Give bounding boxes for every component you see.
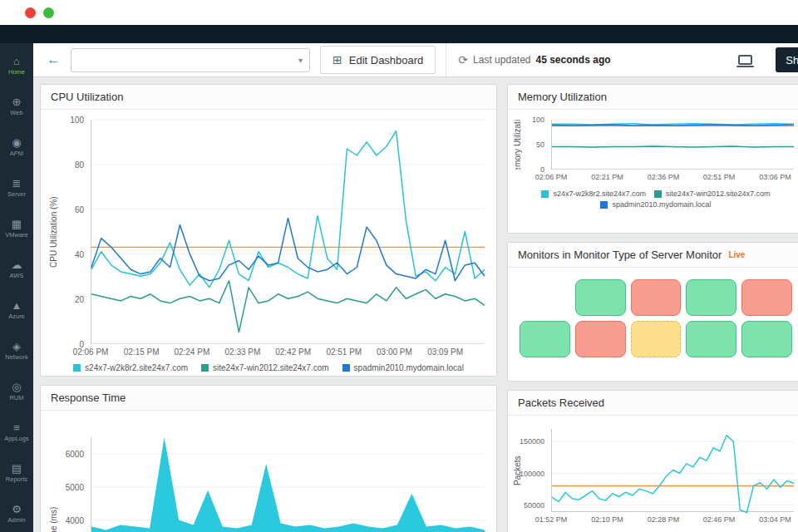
response-time-card: Response Time Response Time (ms) 6000500… xyxy=(40,385,497,532)
dashboard-toolbar: ← ▾ ⊞ Edit Dashboard ⟳ Last updated 45 s… xyxy=(33,43,798,77)
cpu-legend: s24x7-w2k8r2.site24x7.comsite24x7-win201… xyxy=(41,359,496,376)
legend-item[interactable]: s24x7-w2k8r2.site24x7.com xyxy=(73,363,188,372)
network-icon: ◈ xyxy=(12,341,21,352)
packets-y-ticks: 15000010000050000 xyxy=(523,429,551,512)
response-plot-area[interactable] xyxy=(91,437,485,532)
aws-icon: ☁ xyxy=(12,259,22,270)
x-tick-label: 03:06 PM xyxy=(759,173,791,181)
memory-card-header: Memory Utilization xyxy=(508,85,798,110)
cpu-utilization-card: CPU Utilization CPU Utilization (%) 1008… xyxy=(40,84,497,377)
sidebar-nav: ⌂Home⊕Web◉APM≣Server▦VMware☁AWS▲Azure◈Ne… xyxy=(0,43,33,532)
admin-icon: ⚙ xyxy=(12,504,22,515)
response-card-header: Response Time xyxy=(41,386,496,411)
sidebar-item-applogs[interactable]: ≡AppLogs xyxy=(0,411,33,452)
refresh-icon[interactable]: ⟳ xyxy=(458,53,468,66)
sidebar-item-vmware[interactable]: ▦VMware xyxy=(0,208,33,249)
memory-y-ticks: 100500 xyxy=(523,120,551,170)
legend-swatch xyxy=(342,364,350,372)
cpu-chart: CPU Utilization (%) 100806040200 02:06 P… xyxy=(41,110,496,359)
monitor-tile-red[interactable] xyxy=(741,279,792,316)
y-tick-label: 100000 xyxy=(520,470,544,478)
sidebar-item-aws[interactable]: ☁AWS xyxy=(0,249,33,289)
sidebar-item-label: AppLogs xyxy=(4,436,29,442)
y-tick-label: 5000 xyxy=(66,483,84,492)
monitors-card-header: Monitors in Monitor Type of Server Monit… xyxy=(508,243,798,268)
cpu-plot-area[interactable] xyxy=(91,120,485,344)
x-tick-label: 03:04 PM xyxy=(759,515,791,524)
packets-received-card: Packets Received Packets 150000100000500… xyxy=(507,390,798,532)
monitor-tile-red[interactable] xyxy=(631,279,682,316)
legend-item[interactable]: site24x7-win2012.site24x7.com xyxy=(654,190,771,198)
share-button[interactable]: Share xyxy=(776,47,798,72)
y-tick-label: 60 xyxy=(75,205,84,214)
packets-card-header: Packets Received xyxy=(508,391,798,416)
legend-label: site24x7-win2012.site24x7.com xyxy=(666,190,771,198)
sidebar-item-label: Admin xyxy=(7,517,25,524)
packets-chart: Packets 15000010000050000 01:52 PM02:10 … xyxy=(508,416,798,527)
x-tick-label: 02:51 PM xyxy=(326,347,362,357)
sidebar-item-azure[interactable]: ▲Azure xyxy=(0,289,33,330)
dashboard-select[interactable]: ▾ xyxy=(71,48,310,72)
x-tick-label: 02:51 PM xyxy=(703,173,736,181)
server-icon: ≣ xyxy=(12,178,22,189)
x-tick-label: 02:46 PM xyxy=(703,515,736,524)
card-title: CPU Utilization xyxy=(51,91,123,103)
x-tick-label: 02:36 PM xyxy=(648,173,680,181)
y-tick-label: 100 xyxy=(70,116,84,125)
sidebar-item-network[interactable]: ◈Network xyxy=(0,330,33,371)
cpu-y-ticks: 100806040200 xyxy=(59,120,91,344)
legend-item[interactable]: spadmin2010.mydomain.local xyxy=(342,363,464,372)
window-dot-green[interactable] xyxy=(43,7,54,18)
sidebar-item-web[interactable]: ⊕Web xyxy=(0,86,33,126)
monitor-tile-green[interactable] xyxy=(575,279,626,316)
chevron-down-icon: ▾ xyxy=(298,56,303,65)
monitor-tile-green[interactable] xyxy=(686,279,736,316)
monitor-tile-red[interactable] xyxy=(575,321,626,357)
packets-x-ticks: 01:52 PM02:10 PM02:28 PM02:46 PM03:04 PM xyxy=(551,512,794,527)
card-title: Monitors in Monitor Type of Server Monit… xyxy=(518,249,722,261)
card-title: Response Time xyxy=(51,392,126,404)
monitor-tile-green[interactable] xyxy=(741,321,792,357)
sidebar-item-label: VMware xyxy=(5,232,28,239)
apm-icon: ◉ xyxy=(12,137,21,148)
sidebar-item-home[interactable]: ⌂Home xyxy=(0,45,33,86)
x-tick-label: 03:00 PM xyxy=(377,347,412,357)
legend-label: site24x7-win2012.site24x7.com xyxy=(213,363,329,372)
monitor-tile-yellow[interactable] xyxy=(631,321,682,357)
packets-plot-area[interactable] xyxy=(551,429,794,512)
noc-view-icon[interactable] xyxy=(738,55,752,65)
monitor-tile-grid xyxy=(508,268,798,369)
sidebar-item-admin[interactable]: ⚙Admin xyxy=(0,493,33,532)
x-tick-label: 02:10 PM xyxy=(591,515,623,524)
app-header-bar xyxy=(0,25,798,43)
cpu-y-axis-label: CPU Utilization (%) xyxy=(47,120,59,344)
x-tick-label: 02:21 PM xyxy=(591,173,623,181)
x-tick-label: 02:06 PM xyxy=(535,173,568,181)
memory-legend: s24x7-w2k8r2.site24x7.comsite24x7-win201… xyxy=(508,185,798,212)
vmware-icon: ▦ xyxy=(12,219,22,229)
legend-item[interactable]: site24x7-win2012.site24x7.com xyxy=(201,363,329,372)
x-tick-label: 02:33 PM xyxy=(225,347,261,357)
sidebar-item-label: Home xyxy=(8,69,25,76)
last-updated-prefix: Last updated xyxy=(473,54,530,66)
sidebar-item-reports[interactable]: ▤Reports xyxy=(0,452,33,493)
legend-item[interactable]: spadmin2010.mydomain.local xyxy=(600,200,711,209)
last-updated-value: 45 seconds ago xyxy=(536,54,611,66)
y-tick-label: 80 xyxy=(75,160,84,170)
window-dot-red[interactable] xyxy=(25,7,36,18)
back-button[interactable]: ← xyxy=(47,52,61,68)
last-updated: ⟳ Last updated 45 seconds ago xyxy=(446,43,610,76)
memory-utilization-card: Memory Utilization Memory Utilizatio.. 1… xyxy=(507,84,798,234)
monitor-tile-green[interactable] xyxy=(520,321,570,357)
monitor-tile-green[interactable] xyxy=(686,321,736,357)
sidebar-item-apm[interactable]: ◉APM xyxy=(0,126,33,167)
legend-item[interactable]: s24x7-w2k8r2.site24x7.com xyxy=(541,190,646,198)
dashboard-content: CPU Utilization CPU Utilization (%) 1008… xyxy=(33,77,798,532)
legend-swatch xyxy=(201,364,209,372)
memory-plot-area[interactable] xyxy=(551,120,794,170)
edit-dashboard-button[interactable]: ⊞ Edit Dashboard xyxy=(320,46,436,74)
rum-icon: ◎ xyxy=(12,382,21,392)
cpu-x-ticks: 02:06 PM02:15 PM02:24 PM02:33 PM02:42 PM… xyxy=(91,344,485,359)
sidebar-item-server[interactable]: ≣Server xyxy=(0,167,33,208)
sidebar-item-rum[interactable]: ◎RUM xyxy=(0,371,33,411)
